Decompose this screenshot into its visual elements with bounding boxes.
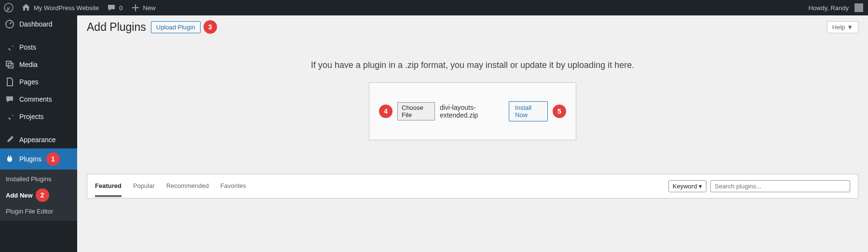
- annotation-badge-4: 4: [379, 105, 393, 118]
- sidebar-item-posts[interactable]: Posts: [0, 39, 77, 56]
- comment-icon: [107, 3, 116, 13]
- search-type-select[interactable]: Keyword ▾: [668, 180, 706, 192]
- sidebar-item-label: Appearance: [19, 136, 56, 144]
- account-link[interactable]: Howdy, Randy: [804, 0, 868, 15]
- tab-recommended[interactable]: Recommended: [166, 182, 209, 197]
- comment-icon: [5, 94, 14, 104]
- search-plugins-input[interactable]: [710, 180, 850, 192]
- dashboard-icon: [5, 19, 14, 29]
- comments-link[interactable]: 0: [103, 0, 126, 15]
- sidebar-item-label: Plugins: [19, 155, 41, 163]
- sidebar-item-label: Comments: [19, 95, 52, 103]
- sidebar-item-media[interactable]: Media: [0, 56, 77, 73]
- sidebar-item-projects[interactable]: Projects: [0, 108, 77, 125]
- chevron-down-icon: ▾: [699, 183, 702, 190]
- sidebar-item-appearance[interactable]: Appearance: [0, 131, 77, 148]
- upload-instructions: If you have a plugin in a .zip format, y…: [87, 60, 858, 70]
- page-title: Add Plugins: [87, 21, 146, 34]
- media-icon: [5, 60, 14, 69]
- comment-count: 0: [119, 4, 122, 12]
- install-now-button[interactable]: Install Now: [509, 101, 548, 121]
- sidebar-item-plugins[interactable]: Plugins 1: [0, 148, 77, 170]
- upload-form: 4 Choose File divi-layouts-extended.zip …: [369, 82, 576, 140]
- plus-icon: [131, 3, 140, 13]
- annotation-badge-5: 5: [553, 105, 566, 118]
- selected-file-name: divi-layouts-extended.zip: [440, 104, 504, 119]
- site-name: My WordPress Website: [34, 4, 99, 12]
- plugins-submenu: Installed Plugins Add New 2 Plugin File …: [0, 170, 77, 203]
- wordpress-icon: [4, 3, 14, 13]
- help-toggle[interactable]: Help ▼: [827, 21, 858, 33]
- sidebar-item-comments[interactable]: Comments: [0, 91, 77, 108]
- plugin-icon: [5, 154, 14, 164]
- home-icon: [21, 3, 31, 13]
- pin-icon: [5, 42, 14, 52]
- sidebar-item-pages[interactable]: Pages: [0, 73, 77, 91]
- upload-plugin-button[interactable]: Upload Plugin: [151, 21, 201, 33]
- annotation-badge-2: 2: [36, 188, 49, 202]
- wp-logo[interactable]: [0, 0, 17, 15]
- submenu-installed-plugins[interactable]: Installed Plugins: [0, 172, 77, 186]
- new-content-link[interactable]: New: [127, 0, 160, 15]
- plugin-filter-bar: Featured Popular Recommended Favorites K…: [87, 174, 858, 199]
- submenu-add-new[interactable]: Add New 2: [0, 186, 77, 203]
- howdy-text: Howdy, Randy: [808, 4, 849, 12]
- sidebar-item-dashboard[interactable]: Dashboard: [0, 15, 77, 33]
- tab-popular[interactable]: Popular: [133, 182, 155, 197]
- tab-featured[interactable]: Featured: [95, 182, 122, 197]
- pin-icon: [5, 112, 14, 121]
- annotation-badge-1: 1: [46, 152, 60, 166]
- choose-file-button[interactable]: Choose File: [397, 102, 435, 120]
- tab-favorites[interactable]: Favorites: [220, 182, 246, 197]
- sidebar-item-label: Dashboard: [19, 20, 53, 28]
- site-name-link[interactable]: My WordPress Website: [17, 0, 103, 15]
- sidebar-item-label: Posts: [19, 43, 36, 51]
- annotation-badge-3: 3: [203, 20, 217, 34]
- new-label: New: [143, 4, 156, 12]
- sidebar-item-label: Media: [19, 61, 38, 68]
- avatar: [854, 3, 863, 12]
- sidebar-item-label: Projects: [19, 113, 44, 120]
- sidebar-item-label: Pages: [19, 78, 39, 86]
- brush-icon: [5, 135, 14, 145]
- svg-point-0: [4, 3, 13, 12]
- page-icon: [5, 77, 14, 87]
